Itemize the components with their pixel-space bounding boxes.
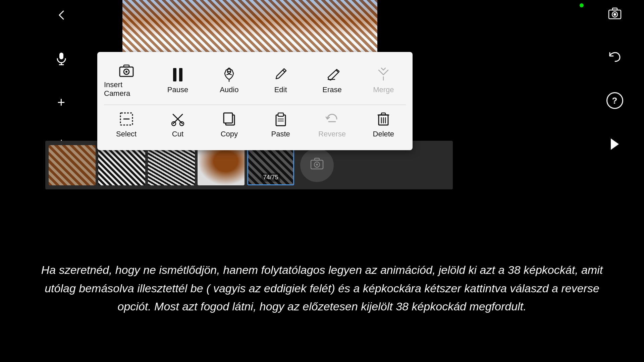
svg-point-39 [316,164,318,166]
pause-button[interactable]: Pause [152,59,203,103]
select-icon [119,112,134,126]
copy-button[interactable]: Copy [204,107,255,143]
pause-label: Pause [167,85,188,94]
play-button[interactable] [606,136,623,153]
merge-label: Merge [373,85,394,94]
frame-counter: 74/75 [261,173,280,182]
help-icon[interactable]: ? [606,92,623,109]
delete-icon [377,112,389,126]
select-button[interactable]: Select [101,107,152,143]
select-label: Select [116,130,137,138]
video-preview [122,0,377,52]
cut-label: Cut [172,130,183,138]
instruction-text: Ha szeretnéd, hogy ne ismétlődjön, hanem… [27,261,617,315]
svg-rect-0 [59,53,63,59]
audio-icon [223,67,235,82]
svg-rect-33 [381,113,385,115]
insert-camera-icon [119,64,134,77]
svg-rect-27 [278,113,283,116]
delete-label: Delete [373,130,394,138]
insert-camera-button[interactable]: Insert Camera [101,59,152,103]
cut-icon [170,112,185,126]
frame-thumb-2[interactable] [98,145,145,185]
status-indicator [580,3,584,7]
back-button[interactable] [53,7,70,23]
svg-rect-11 [124,65,129,67]
reverse-button[interactable]: Reverse [306,107,358,143]
undo-icon[interactable] [606,49,623,65]
right-sidebar: ? [585,0,644,194]
reverse-label: Reverse [318,130,346,138]
merge-button[interactable]: Merge [358,59,409,103]
screenshot-icon[interactable] [606,5,623,22]
paste-label: Paste [271,130,290,138]
svg-rect-13 [179,68,182,81]
svg-point-6 [613,13,616,16]
frame-thumb-1[interactable] [49,145,96,185]
edit-label: Edit [274,85,287,94]
svg-rect-12 [173,68,176,81]
copy-label: Copy [221,130,238,138]
svg-line-16 [283,70,285,72]
svg-rect-40 [315,158,319,160]
timeline-camera-icon [310,158,324,173]
audio-button[interactable]: Audio [204,59,255,103]
frame-thumb-4[interactable] [198,145,245,185]
microphone-icon[interactable] [53,50,70,67]
merge-icon [377,67,390,82]
delete-button[interactable]: Delete [358,107,409,143]
erase-icon [325,67,339,82]
add-camera-frame-button[interactable] [300,148,334,182]
cut-button[interactable]: Cut [152,107,203,143]
context-menu: Insert Camera Pause Audio [97,52,413,150]
add-button[interactable]: + [53,94,70,111]
reverse-icon [325,112,339,126]
edit-icon [274,67,287,82]
pause-icon [172,67,184,82]
svg-rect-25 [224,113,232,123]
erase-button[interactable]: Erase [306,59,358,103]
copy-icon [222,112,236,126]
erase-label: Erase [322,85,341,94]
paste-button[interactable]: Paste [255,107,306,143]
instruction-text-area: Ha szeretnéd, hogy ne ismétlődjön, hanem… [0,215,644,362]
insert-camera-label: Insert Camera [104,80,149,98]
frame-thumb-3[interactable] [148,145,195,185]
edit-button[interactable]: Edit [255,59,306,103]
svg-point-10 [125,71,127,73]
menu-divider [104,105,406,105]
frame-thumb-5-active[interactable]: 74/75 [247,145,294,185]
audio-label: Audio [220,85,238,94]
paste-icon [274,112,287,126]
svg-rect-7 [612,8,617,10]
